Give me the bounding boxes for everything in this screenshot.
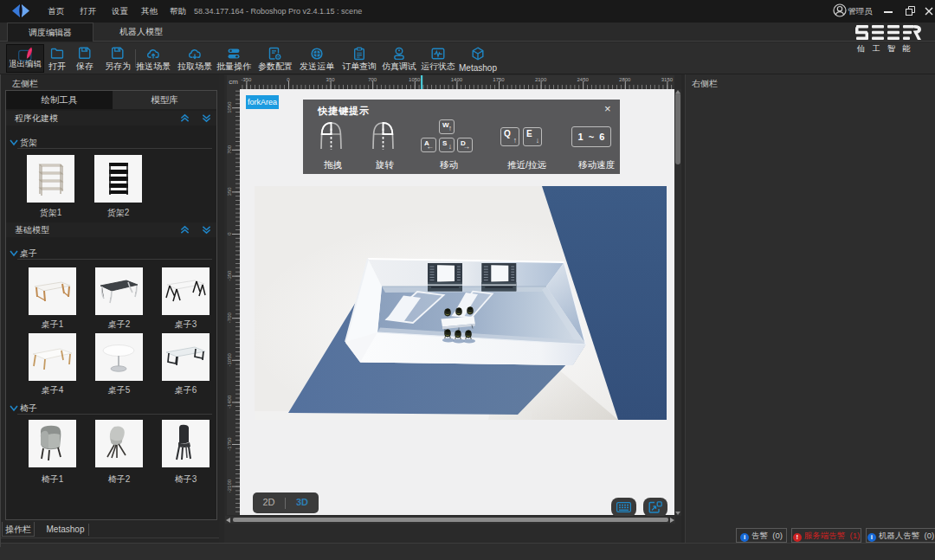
svg-text:-2100: -2100: [227, 479, 232, 492]
svg-text:-1750: -1750: [227, 437, 232, 451]
svg-text:2100: 2100: [535, 77, 547, 82]
svg-text:3150: 3150: [661, 77, 674, 82]
svg-text:1400: 1400: [451, 77, 463, 82]
svg-text:2800: 2800: [619, 77, 631, 82]
svg-text:1750: 1750: [493, 77, 505, 82]
svg-text:-350: -350: [241, 77, 252, 82]
svg-text:-700: -700: [227, 312, 232, 324]
svg-text:-1050: -1050: [227, 352, 232, 366]
svg-text:1050: 1050: [409, 77, 421, 82]
svg-text:700: 700: [227, 145, 232, 154]
svg-text:2450: 2450: [577, 77, 590, 82]
svg-text:-1400: -1400: [227, 395, 232, 409]
svg-text:0: 0: [287, 77, 290, 82]
svg-text:1050: 1050: [227, 101, 232, 113]
svg-text:350: 350: [227, 187, 232, 196]
svg-text:700: 700: [368, 77, 377, 82]
svg-text:-350: -350: [227, 270, 232, 281]
svg-text:350: 350: [326, 77, 336, 82]
svg-text:0: 0: [227, 232, 232, 235]
